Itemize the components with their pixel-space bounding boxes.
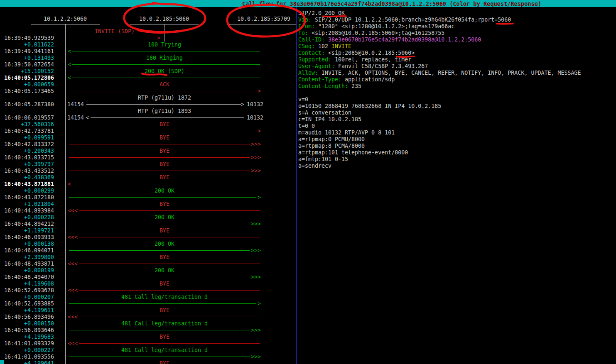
message-arrow[interactable]: < [0, 181, 296, 188]
sip-detail-line: Content-Type: application/sdp [298, 76, 614, 83]
message-label[interactable]: 200 OK [40, 267, 289, 274]
message-label[interactable]: BYE [40, 254, 289, 261]
message-arrow[interactable]: < [0, 48, 296, 55]
message-arrow[interactable]: >>> [0, 274, 296, 281]
message-arrow[interactable]: 1415410132> [0, 101, 296, 108]
sip-detail-line: v=0 [298, 96, 614, 103]
sip-header-value: INVITE, ACK, OPTIONS, BYE, CANCEL, REFER… [318, 70, 581, 76]
message-label[interactable]: BYE [40, 121, 289, 128]
sip-header-name: Via: [298, 17, 312, 23]
message-arrow[interactable]: > [0, 128, 296, 134]
sip-header-value: 38e3e0670b176e5c4a29f74b2ad0398a@10.1.2.… [325, 37, 481, 43]
message-label[interactable]: 481 Call leg/transaction d [40, 347, 289, 354]
message-arrow[interactable]: > [0, 194, 296, 201]
call-flow-window: { "title_bar": { "text": "Call flow for … [0, 0, 616, 364]
message-arrow[interactable]: <<< [0, 287, 296, 294]
message-arrow[interactable]: <<< [0, 208, 296, 214]
message-label[interactable]: 481 Call leg/transaction d [40, 294, 289, 300]
rtp-port-left: 14154 [67, 101, 84, 108]
arrow-line [72, 184, 260, 184]
message-arrow[interactable]: >>> [0, 327, 296, 334]
sip-header-value: 100rel, replaces, timer [331, 56, 411, 63]
arrow-line [79, 264, 260, 264]
message-label[interactable]: 100 Trying [40, 42, 289, 48]
message-arrow[interactable]: > [0, 35, 296, 42]
message-label[interactable]: 200 OK [40, 214, 289, 221]
message-label[interactable]: RTP (g711u) 1893 [40, 108, 289, 115]
message-label[interactable]: 180 Ringing [40, 55, 289, 61]
message-label[interactable]: RTP (g711u) 1872 [40, 95, 289, 101]
message-arrow[interactable]: < [0, 75, 296, 81]
message-arrow[interactable]: >>> [0, 141, 296, 148]
sip-header-name: From: [298, 23, 315, 29]
message-label[interactable]: 481 Call leg/transaction d [40, 320, 289, 327]
message-label[interactable]: 200 OK [40, 188, 289, 194]
message-label[interactable]: BYE [40, 281, 289, 287]
message-arrow[interactable]: >>> [0, 154, 296, 161]
message-arrow[interactable]: >>> [0, 247, 296, 254]
message-arrow[interactable]: <<< [0, 234, 296, 241]
sip-header-name: Supported: [298, 56, 331, 63]
sip-detail-line: Allow: INVITE, ACK, OPTIONS, BYE, CANCEL… [298, 70, 614, 76]
arrow-head-icon: >>> [251, 247, 261, 254]
arrow-head-icon: >>> [251, 274, 261, 281]
sip-detail-line: Call-ID: 38e3e0670b176e5c4a29f74b2ad0398… [298, 37, 614, 43]
arrow-head-icon: < [68, 181, 71, 188]
message-arrow[interactable]: <<< [0, 314, 296, 320]
message-label[interactable]: ACK [40, 81, 289, 88]
arrow-head-icon: > [258, 300, 261, 307]
column-header-10.1.2.2:5060: 10.1.2.2:5060 [24, 16, 107, 22]
sip-header-value: <sip:2085@10.0.2.185:5060> [325, 50, 415, 56]
message-arrow[interactable]: <<< [0, 340, 296, 347]
arrow-line [69, 357, 250, 357]
message-label[interactable]: BYE [40, 227, 289, 234]
message-arrow[interactable]: > [0, 88, 296, 95]
message-label[interactable]: BYE [40, 161, 289, 168]
message-label[interactable]: BYE [40, 307, 289, 314]
message-label[interactable]: BYE [40, 134, 289, 141]
arrow-head-icon: >>> [251, 327, 261, 334]
sip-header-value: a=sendrecv [298, 163, 331, 169]
message-label[interactable]: BYE [40, 360, 289, 364]
sip-header-value: 102 [315, 43, 331, 49]
arrow-line [69, 197, 256, 198]
column-header-10.0.2.185:5060: 10.0.2.185:5060 [123, 16, 206, 22]
sip-detail-line: s=A conversation [298, 110, 614, 116]
arrow-line [72, 78, 260, 78]
arrow-line [69, 224, 250, 224]
arrow-head-icon: < [68, 48, 71, 55]
sip-header-value: SIP/2.0/UDP 10.1.2.2:5060;branch=z9hG4bK… [312, 17, 511, 23]
message-arrow[interactable]: >>> [0, 168, 296, 174]
sip-detail-line: Via: SIP/2.0/UDP 10.1.2.2:5060;branch=z9… [298, 17, 614, 23]
arrow-head-icon: > [241, 101, 244, 108]
sip-header-name: Allow: [298, 70, 318, 76]
message-arrow[interactable]: <<< [0, 261, 296, 267]
arrow-line [69, 277, 250, 277]
arrow-head-icon: <<< [68, 261, 78, 267]
arrow-head-icon: >>> [251, 221, 261, 227]
message-label[interactable]: BYE [40, 334, 289, 340]
message-arrow[interactable]: > [0, 300, 296, 307]
sip-header-value: Fanvil C58/C58P 2.3.493.267 [335, 63, 428, 69]
message-label[interactable]: BYE [40, 148, 289, 154]
message-label[interactable]: 200 OK [40, 241, 289, 247]
message-label[interactable]: BYE [40, 174, 289, 181]
arrow-head-icon: <<< [68, 234, 78, 241]
panel-separator [296, 7, 297, 364]
arrow-head-icon: >>> [251, 141, 261, 148]
message-arrow[interactable]: < [0, 61, 296, 68]
message-label[interactable]: 200 OK (SDP) [40, 68, 289, 75]
sip-header-value: 235 [348, 83, 361, 89]
sip-detail-line: To: <sip:2085@10.0.2.185:5060>;tag=16125… [298, 30, 614, 37]
column-header-10.0.2.185:35709: 10.0.2.185:35709 [222, 16, 305, 22]
message-label[interactable]: INVITE (SDP) [0, 28, 239, 35]
message-arrow[interactable]: >>> [0, 221, 296, 227]
message-label[interactable]: BYE [40, 201, 289, 208]
sip-header-value: SIP/2.0 200 OK [298, 10, 345, 16]
sip-detail-line: CSeq: 102 INVITE [298, 43, 614, 50]
message-arrow[interactable]: 1415410132< [0, 115, 296, 121]
message-arrow[interactable]: >>> [0, 354, 296, 360]
arrow-head-icon: <<< [68, 314, 78, 320]
sip-detail-line: c=IN IP4 10.0.2.185 [298, 116, 614, 123]
sip-header-name: CSeq: [298, 43, 315, 49]
